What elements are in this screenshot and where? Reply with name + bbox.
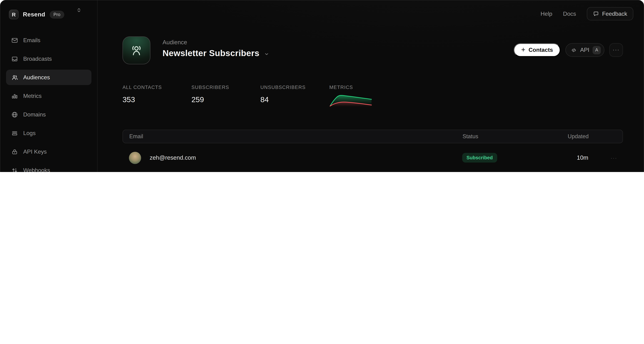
sidebar-nav: Emails Broadcasts Audiences Metrics Doma…	[0, 32, 97, 172]
sidebar-item-logs[interactable]: Logs	[6, 126, 92, 141]
people-group-icon	[129, 43, 144, 58]
api-shortcut-badge: A	[592, 46, 601, 54]
stat-metrics: METRICS	[329, 85, 398, 107]
table-row[interactable]: zeh@resend.com Subscribed 10m ···	[122, 143, 623, 172]
docs-link[interactable]: Docs	[563, 10, 576, 17]
workspace-name: Resend	[23, 11, 45, 18]
stage: R Resend Pro Emails Broadcasts Audiences…	[0, 0, 644, 172]
inbox-icon	[11, 55, 18, 62]
metrics-sparkline	[329, 93, 372, 107]
stat-label: SUBSCRIBERS	[192, 85, 260, 90]
status-badge: Subscribed	[462, 153, 497, 162]
stats-row: ALL CONTACTS 353 SUBSCRIBERS 259 UNSUBSC…	[98, 64, 644, 107]
sidebar-item-emails[interactable]: Emails	[6, 32, 92, 48]
audience-eyebrow: Audience	[162, 39, 269, 46]
stat-all-contacts: ALL CONTACTS 353	[122, 85, 192, 107]
chevron-down-icon[interactable]	[264, 51, 269, 56]
sidebar: R Resend Pro Emails Broadcasts Audiences…	[0, 0, 98, 172]
table-body: zeh@resend.com Subscribed 10m ··· danilo…	[122, 143, 623, 172]
stat-label: METRICS	[329, 85, 398, 90]
lock-icon	[11, 148, 18, 155]
main-content: Help Docs Feedback Audience Newsletter S…	[98, 0, 644, 172]
page-title: Newsletter Subscribers	[162, 48, 259, 58]
sidebar-item-domains[interactable]: Domains	[6, 107, 92, 122]
header-buttons: + Contacts API A ···	[514, 36, 623, 57]
code-icon	[571, 47, 577, 53]
plus-icon: +	[521, 46, 525, 53]
mail-icon	[11, 36, 18, 44]
users-icon	[11, 74, 18, 81]
column-header-status: Status	[462, 133, 534, 140]
sidebar-item-api-keys[interactable]: API Keys	[6, 144, 92, 159]
sidebar-item-webhooks[interactable]: Webhooks	[6, 162, 92, 172]
feedback-bubble-icon	[593, 11, 599, 17]
more-options-button[interactable]: ···	[609, 43, 623, 57]
avatar	[129, 152, 141, 164]
sidebar-item-audiences[interactable]: Audiences	[6, 70, 92, 85]
sidebar-item-broadcasts[interactable]: Broadcasts	[6, 51, 92, 66]
logs-icon	[11, 130, 18, 137]
stat-value: 259	[192, 96, 260, 104]
contact-email: zeh@resend.com	[150, 154, 196, 161]
column-header-email: Email	[123, 133, 462, 140]
sidebar-item-metrics[interactable]: Metrics	[6, 88, 92, 104]
stat-value: 353	[122, 96, 192, 104]
arrows-icon	[11, 167, 18, 172]
add-contacts-button[interactable]: + Contacts	[514, 43, 560, 57]
help-link[interactable]: Help	[540, 10, 552, 17]
stat-label: UNSUBSCRIBERS	[260, 85, 329, 90]
stat-unsubscribers: UNSUBSCRIBERS 84	[260, 85, 329, 107]
workspace-brand: R Resend Pro	[0, 0, 97, 19]
app-window: R Resend Pro Emails Broadcasts Audiences…	[0, 0, 644, 172]
stat-value: 84	[260, 96, 329, 104]
updated-value: 10m	[534, 154, 588, 161]
globe-icon	[11, 111, 18, 118]
table-header: Email Status Updated	[122, 130, 623, 143]
chart-icon	[11, 92, 18, 100]
audience-avatar-icon	[122, 36, 150, 64]
audience-header-text: Audience Newsletter Subscribers	[162, 36, 269, 58]
plan-badge: Pro	[50, 10, 64, 18]
contacts-table: Email Status Updated zeh@resend.com Subs…	[122, 130, 623, 172]
api-button[interactable]: API A	[566, 43, 604, 57]
stat-label: ALL CONTACTS	[122, 85, 192, 90]
resend-logo-icon: R	[9, 10, 18, 19]
workspace-switcher-icon[interactable]	[76, 7, 82, 14]
top-nav: Help Docs Feedback	[540, 7, 633, 20]
stat-subscribers: SUBSCRIBERS 259	[192, 85, 260, 107]
row-menu-button[interactable]: ···	[610, 155, 617, 160]
feedback-button[interactable]: Feedback	[587, 7, 633, 20]
column-header-updated: Updated	[534, 133, 589, 140]
